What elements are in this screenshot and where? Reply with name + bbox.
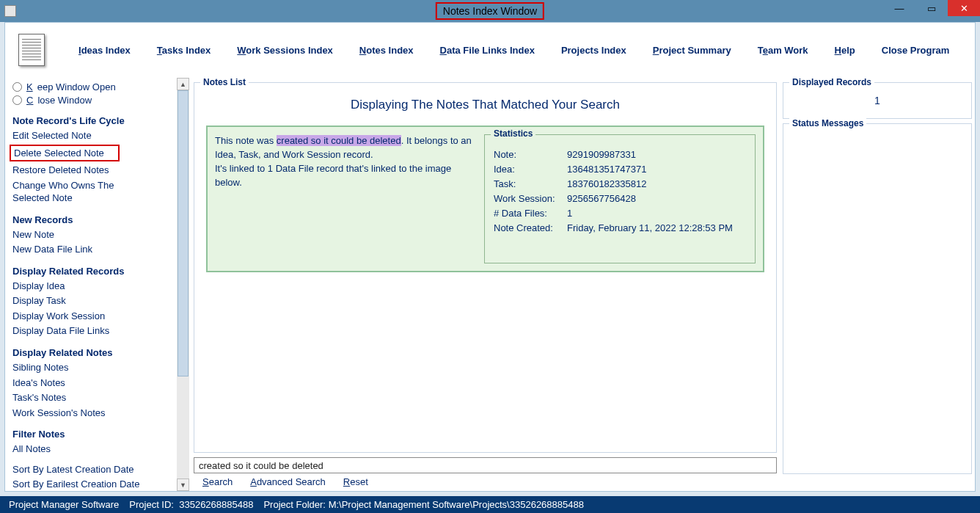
document-icon — [18, 34, 45, 66]
note-body: This note was created so it could be del… — [215, 134, 474, 263]
link-sort-latest[interactable]: Sort By Latest Creation Date — [12, 463, 177, 476]
stat-datafiles-label: # Data Files: — [494, 208, 567, 219]
status-app-name: Project Manager Software — [9, 499, 119, 510]
link-delete-selected-note[interactable]: Delete Selected Note — [10, 145, 120, 162]
menu-projects-index[interactable]: Projects Index — [561, 45, 626, 56]
link-sibling-notes[interactable]: Sibling Notes — [12, 361, 177, 374]
section-related-notes: Display Related Notes — [12, 347, 177, 358]
displayed-records-legend: Displayed Records — [789, 77, 874, 87]
stat-ws-label: Work Session: — [494, 193, 567, 204]
link-tasks-notes[interactable]: Task's Notes — [12, 391, 177, 404]
statusbar: Project Manager Software Project ID: 335… — [0, 496, 980, 513]
reset-link[interactable]: Reset — [343, 476, 368, 487]
section-new-records: New Records — [12, 214, 177, 225]
stat-created-value: Friday, February 11, 2022 12:28:53 PM — [567, 222, 746, 233]
notes-list-box: Notes List Displaying The Notes That Mat… — [194, 82, 777, 453]
minimize-button[interactable]: — — [883, 0, 915, 16]
menu-work-sessions-index[interactable]: Work Sessions Index — [237, 45, 333, 56]
stat-task-label: Task: — [494, 178, 567, 189]
link-new-data-file-link[interactable]: New Data File Link — [12, 243, 177, 256]
stat-idea-label: Idea: — [494, 164, 567, 175]
link-restore-deleted-notes[interactable]: Restore Deleted Notes — [12, 164, 177, 177]
status-folder: M:\Project Management Software\Projects\… — [329, 499, 584, 510]
status-pid-label: Project ID: — [129, 499, 174, 510]
status-pid: 33526268885488 — [179, 499, 253, 510]
menu-close-program[interactable]: Close Program — [882, 45, 949, 56]
displayed-records-box: Displayed Records 1 — [783, 82, 972, 119]
menu-project-summary[interactable]: Project Summary — [653, 45, 731, 56]
scroll-up-arrow-icon[interactable]: ▲ — [177, 78, 189, 90]
sidebar: Keep Window Open Close Window Note Recor… — [5, 78, 177, 491]
link-sort-earliest[interactable]: Sort By Earilest Creation Date — [12, 478, 177, 491]
window-title: Notes Index Window — [436, 2, 544, 20]
stat-note-label: Note: — [494, 149, 567, 160]
stat-ws-value: 9256567756428 — [567, 193, 746, 204]
menubar: Ideas Index Tasks Index Work Sessions In… — [5, 23, 975, 78]
right-panel: Displayed Records 1 Status Messages — [783, 78, 975, 491]
section-lifecycle: Note Record's Life Cycle — [12, 115, 177, 126]
menu-notes-index[interactable]: Notes Index — [359, 45, 414, 56]
section-related-records: Display Related Records — [12, 266, 177, 277]
link-change-owner[interactable]: Change Who Owns The Selected Note — [12, 179, 137, 205]
statistics-legend: Statistics — [491, 128, 535, 139]
link-display-task[interactable]: Display Task — [12, 294, 177, 308]
scrollbar-thumb[interactable] — [178, 90, 189, 376]
link-all-notes[interactable]: All Notes — [12, 443, 177, 456]
search-link[interactable]: Search — [202, 476, 233, 487]
menu-team-work[interactable]: Team Work — [758, 45, 808, 56]
radio-keep-open[interactable]: Keep Window Open — [12, 81, 177, 92]
section-filter-notes: Filter Notes — [12, 429, 177, 440]
link-work-sessions-notes[interactable]: Work Session's Notes — [12, 407, 177, 420]
menu-help[interactable]: Help — [835, 45, 855, 56]
link-display-data-file-links[interactable]: Display Data File Links — [12, 324, 177, 338]
menu-data-file-links-index[interactable]: Data File Links Index — [440, 45, 535, 56]
search-area: Search Advanced Search Reset — [194, 457, 777, 487]
titlebar: Notes Index Window — ▭ ✕ — [0, 0, 980, 22]
advanced-search-link[interactable]: Advanced Search — [250, 476, 326, 487]
stat-note-value: 9291909987331 — [567, 149, 746, 160]
search-input[interactable] — [194, 457, 777, 473]
status-messages-legend: Status Messages — [789, 118, 866, 128]
radio-close-window[interactable]: Close Window — [12, 95, 177, 106]
sidebar-scrollbar[interactable]: ▲ ▼ — [177, 78, 189, 491]
notes-list-heading: Displaying The Notes That Matched Your S… — [194, 98, 776, 112]
stat-task-value: 183760182335812 — [567, 178, 746, 189]
menu-ideas-index[interactable]: Ideas Index — [78, 45, 131, 56]
notes-list-legend: Notes List — [200, 77, 249, 87]
stat-datafiles-value: 1 — [567, 208, 746, 219]
status-messages-box: Status Messages — [783, 123, 972, 474]
link-edit-selected-note[interactable]: Edit Selected Note — [12, 129, 177, 142]
note-text-pre: This note was — [215, 135, 277, 146]
close-button[interactable]: ✕ — [948, 0, 980, 16]
link-display-work-session[interactable]: Display Work Session — [12, 310, 177, 323]
note-card[interactable]: This note was created so it could be del… — [206, 125, 764, 272]
stat-created-label: Note Created: — [494, 222, 567, 233]
app-icon — [4, 5, 16, 17]
menu-tasks-index[interactable]: Tasks Index — [157, 45, 211, 56]
statistics-box: Statistics Note:9291909987331 Idea:13648… — [484, 134, 756, 263]
note-highlight: created so it could be deleted — [277, 135, 401, 146]
link-display-idea[interactable]: Display Idea — [12, 280, 177, 293]
stat-idea-value: 136481351747371 — [567, 164, 746, 175]
maximize-button[interactable]: ▭ — [915, 0, 948, 16]
main-panel: Notes List Displaying The Notes That Mat… — [191, 78, 783, 491]
scroll-down-arrow-icon[interactable]: ▼ — [177, 479, 189, 491]
link-new-note[interactable]: New Note — [12, 228, 177, 241]
note-text-post2: It's linked to 1 Data File record that's… — [215, 163, 451, 188]
status-folder-label: Project Folder: — [263, 499, 326, 510]
link-ideas-notes[interactable]: Idea's Notes — [12, 376, 177, 390]
displayed-records-count: 1 — [791, 95, 964, 106]
